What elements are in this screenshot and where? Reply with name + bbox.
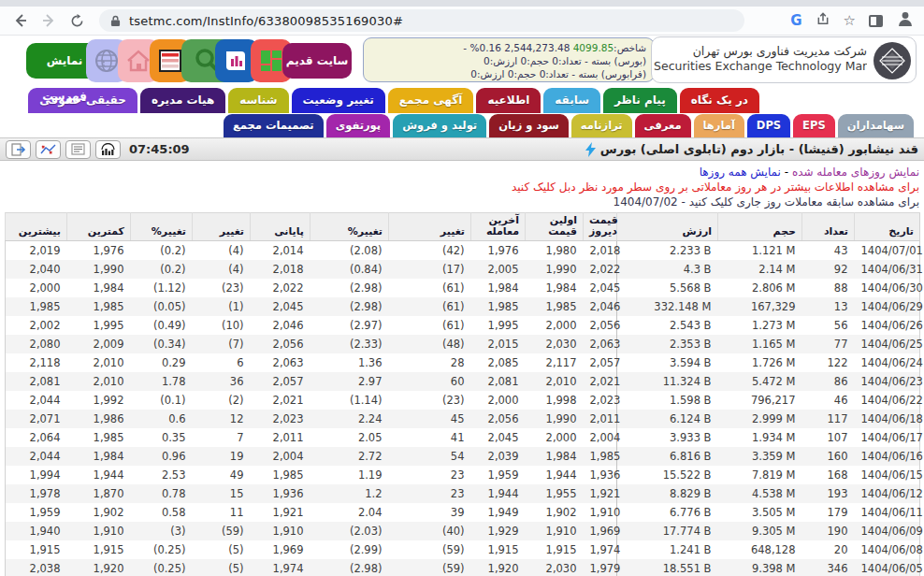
column-header[interactable]: بیشترین [6, 213, 67, 241]
show-all-days-link[interactable]: نمایش همه روزها [700, 166, 781, 179]
history-row[interactable]: 1404/06/181172.999 M6.124 B2,0111,9902,0… [6, 410, 920, 428]
address-bar[interactable]: tsetmc.com/InstInfo/63380098535169030# [99, 9, 744, 32]
nav-tab[interactable]: شناسه [228, 88, 288, 113]
cell: 107 [802, 428, 855, 447]
instrument-title: قند نیشابور (قنیشا) - بازار دوم (تابلوی … [600, 142, 918, 156]
nav-tab[interactable]: آمارها [694, 114, 744, 137]
cell: (23) [193, 279, 251, 297]
cell: 1,936 [584, 466, 617, 484]
cell: 1,984 [67, 447, 131, 466]
history-row[interactable]: 1404/06/121934.538 M8.829 B1,9211,9551,9… [6, 484, 920, 503]
nav-tab[interactable]: EPS [793, 114, 835, 137]
chart-button[interactable] [36, 140, 61, 159]
cell: 2,057 [584, 353, 617, 372]
forward-arrow-icon [41, 13, 56, 28]
export-button[interactable] [6, 140, 31, 159]
back-button[interactable] [9, 9, 32, 32]
column-header[interactable]: کمترین [67, 213, 131, 241]
cell: 2,045 [471, 428, 526, 447]
column-header[interactable]: تعداد [802, 213, 855, 241]
cell: 1.241 B [617, 540, 718, 559]
old-site-button[interactable]: سایت قدیم [282, 43, 352, 79]
cell: 1,985 [584, 447, 617, 466]
column-header[interactable]: تغییر [389, 213, 471, 241]
nav-tab[interactable]: اطلاعیه [476, 88, 541, 113]
back-arrow-icon [13, 13, 28, 28]
history-row[interactable]: 1404/06/26561.273 M2.543 B2,0562,0001,99… [6, 316, 920, 335]
column-header[interactable]: اولینقیمت [526, 213, 584, 241]
star-icon[interactable]: ☆ [844, 12, 856, 29]
nav-tab[interactable]: پورتفوی [326, 114, 391, 137]
nav-tab-active[interactable]: سابقه [543, 88, 600, 113]
column-header[interactable]: تاریخ [855, 213, 920, 241]
nav-tab[interactable]: تصمیمات مجمع [224, 114, 324, 137]
history-row[interactable]: 1404/06/241221.726 M3.594 B2,0572,1172,0… [6, 353, 920, 372]
cell: 1,969 [251, 540, 310, 559]
history-row[interactable]: 1404/06/111793.505 M6.776 B1,9101,9021,9… [6, 503, 920, 522]
cell: 2.72 [310, 447, 389, 466]
share-icon[interactable] [816, 12, 830, 30]
column-header[interactable]: %تغییر [310, 213, 389, 241]
history-row[interactable]: 1404/06/161603.359 M6.816 B1,9851,9842,0… [6, 447, 920, 466]
profile-icon[interactable] [896, 9, 915, 32]
google-icon[interactable]: G [790, 12, 801, 29]
nav-tab[interactable]: معرفی [635, 114, 691, 137]
nav-tab[interactable]: سود و زیان [489, 114, 569, 137]
list-icon [71, 143, 85, 155]
cell: 28 [389, 353, 471, 372]
cell: (61) [389, 279, 471, 297]
cell: 117 [802, 410, 855, 428]
history-row[interactable]: 1404/06/151687.819 M15.522 B1,9361,9441,… [6, 466, 920, 484]
volume-chart-button[interactable] [95, 140, 121, 159]
nav-tab[interactable]: هیات مدیره [140, 88, 225, 113]
details-button[interactable] [65, 140, 91, 159]
column-header[interactable]: آخرینمعامله [471, 213, 526, 241]
cell: 1,974 [584, 540, 617, 559]
cell: 2.999 M [718, 410, 802, 428]
cell: 86 [802, 372, 855, 391]
cell: 2,045 [584, 279, 617, 297]
column-header[interactable]: قیمتدیروز [584, 213, 617, 241]
split-screen-icon[interactable] [869, 15, 883, 27]
cell: 0.6 [131, 410, 193, 428]
forward-button[interactable] [37, 9, 60, 32]
cell: 39 [389, 503, 471, 522]
cell: 1.934 M [718, 428, 802, 447]
cell: 2,002 [6, 316, 67, 335]
history-row[interactable]: 1404/06/2246796,2171.598 B2,0231,9982,00… [6, 391, 920, 410]
column-header[interactable]: پایانی [251, 213, 310, 241]
history-row[interactable]: 1404/06/30882.806 M5.568 B2,0451,9841,98… [6, 279, 920, 297]
cell: 2,063 [584, 335, 617, 353]
show-traded-days-link[interactable]: نمایش روزهای معامله شده [792, 166, 919, 179]
nav-tab[interactable]: پیام ناظر [603, 88, 677, 113]
nav-tabs-row2: سهامدارانEPSDPSآمارهامعرفیترازنامهسود و … [0, 113, 924, 137]
cell: 2,004 [251, 447, 310, 466]
history-row[interactable]: 1404/06/0820648,1281.241 B1,9741,9151,91… [6, 540, 920, 559]
column-header[interactable]: ارزش [617, 213, 718, 241]
history-row[interactable]: 1404/07/01431.121 M2.233 B2,0181,9801,97… [6, 241, 920, 260]
cell: 1.598 B [617, 391, 718, 410]
today-history-link[interactable]: برای مشاهده سابقه معاملات روز جاری کلیک … [5, 194, 919, 209]
cell: 1404/07/01 [855, 241, 920, 260]
nav-tab[interactable]: ترازنامه [571, 114, 632, 137]
cell: 1,910 [584, 503, 617, 522]
column-header[interactable]: تغییر [193, 213, 251, 241]
nav-tab[interactable]: در یک نگاه [680, 88, 759, 113]
history-row[interactable]: 1404/06/091909.305 M17.774 B1,9691,9101,… [6, 522, 920, 540]
reload-button[interactable] [65, 9, 88, 32]
browser-actions: G ☆ [790, 9, 915, 32]
nav-tab[interactable]: تولید و فروش [393, 114, 486, 137]
history-row[interactable]: 1404/06/053469.398 M18.551 B1,9792,0301,… [6, 559, 920, 576]
history-row[interactable]: 1404/06/23865.472 M11.324 B2,0212,0102,0… [6, 372, 920, 391]
nav-tab[interactable]: تغییر وضعیت [292, 88, 385, 113]
nav-tab[interactable]: DPS [747, 114, 790, 137]
cell: 2,004 [584, 428, 617, 447]
column-header[interactable]: %تغییر [131, 213, 193, 241]
column-header[interactable]: حجم [718, 213, 802, 241]
history-row[interactable]: 1404/06/2913167,329332.148 M2,0461,9851,… [6, 297, 920, 316]
history-row[interactable]: 1404/06/171071.934 M3.933 B2,0042,0002,0… [6, 428, 920, 447]
history-row[interactable]: 1404/06/31922.14 M4.3 B2,0221,9902,005(1… [6, 260, 920, 279]
nav-tab[interactable]: آگهی مجمع [388, 88, 474, 113]
history-row[interactable]: 1404/06/25771.165 M2.353 B2,0632,0302,01… [6, 335, 920, 353]
nav-tab[interactable]: سهامداران [838, 114, 914, 137]
